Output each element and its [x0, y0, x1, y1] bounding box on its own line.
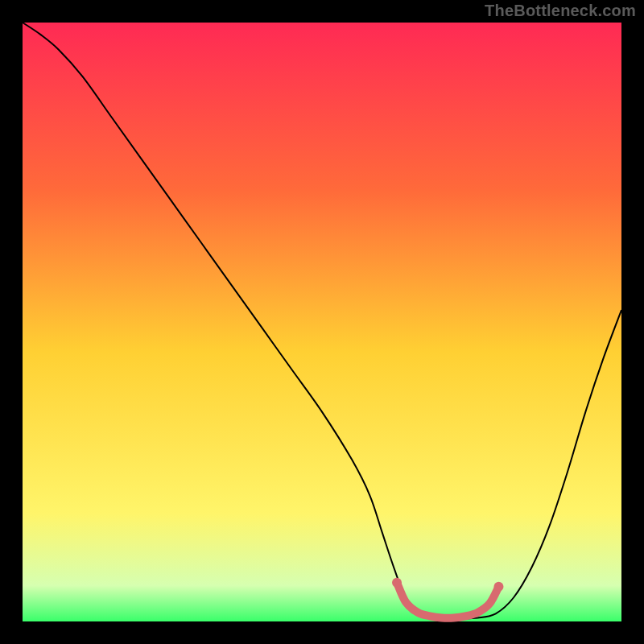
fit-region-marker-end-dot-1 [493, 582, 503, 592]
chart-frame: TheBottleneck.com [0, 0, 644, 644]
gradient-background [23, 23, 621, 621]
bottleneck-chart [0, 0, 644, 644]
watermark-text: TheBottleneck.com [485, 2, 636, 20]
fit-region-marker-end-dot-0 [392, 578, 402, 588]
